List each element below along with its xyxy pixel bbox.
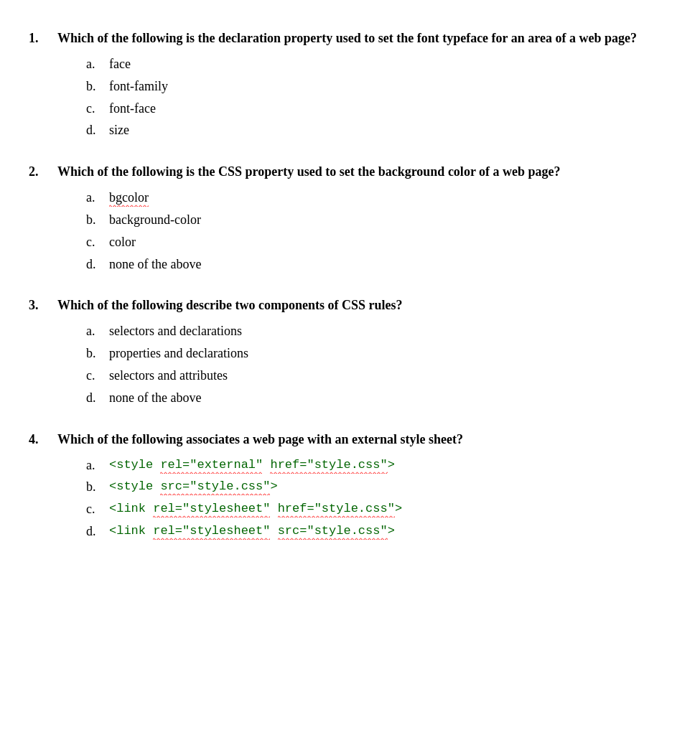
answer-text-3b: properties and declarations bbox=[109, 343, 671, 364]
answer-item-4c: c. <link rel="stylesheet" href="style.cs… bbox=[86, 499, 671, 520]
answer-list-4: a. <style rel="external" href="style.css… bbox=[86, 455, 671, 542]
question-content-4: Which of the following associates a web … bbox=[57, 430, 671, 543]
answer-item-1a: a. face bbox=[86, 54, 671, 75]
answer-letter-3b: b. bbox=[86, 343, 102, 364]
squig-src-style2: src="style.css" bbox=[278, 524, 388, 540]
answer-letter-2c: c. bbox=[86, 232, 102, 253]
answer-item-2a: a. bgcolor bbox=[86, 187, 671, 208]
answer-letter-2b: b. bbox=[86, 210, 102, 230]
answer-letter-3a: a. bbox=[86, 321, 102, 342]
answer-text-3a: selectors and declarations bbox=[109, 321, 671, 342]
answer-letter-2a: a. bbox=[86, 187, 102, 208]
answer-letter-1c: c. bbox=[86, 98, 102, 119]
answer-letter-1a: a. bbox=[86, 54, 102, 75]
answer-item-4b: b. <style src="style.css"> bbox=[86, 477, 671, 497]
answer-item-1b: b. font-family bbox=[86, 76, 671, 97]
question-text-4: Which of the following associates a web … bbox=[57, 430, 671, 449]
answer-text-1a: face bbox=[109, 54, 671, 75]
answer-letter-4d: d. bbox=[86, 521, 102, 542]
question-list: 1. Which of the following is the declara… bbox=[29, 29, 671, 543]
answer-text-2a: bgcolor bbox=[109, 187, 671, 208]
answer-text-3c: selectors and attributes bbox=[109, 365, 671, 386]
answer-text-1b: font-family bbox=[109, 76, 671, 97]
answer-item-4a: a. <style rel="external" href="style.css… bbox=[86, 455, 671, 476]
answer-text-1d: size bbox=[109, 120, 671, 141]
answer-letter-1d: d. bbox=[86, 120, 102, 141]
question-content-1: Which of the following is the declaratio… bbox=[57, 29, 671, 142]
answer-list-2: a. bgcolor b. background-color c. color … bbox=[86, 187, 671, 274]
answer-text-4a: <style rel="external" href="style.css"> bbox=[109, 455, 671, 476]
squig-rel-stylesheet1: rel="stylesheet" bbox=[153, 502, 270, 518]
answer-item-2b: b. background-color bbox=[86, 210, 671, 230]
question-text-3: Which of the following describe two comp… bbox=[57, 296, 671, 315]
answer-item-3b: b. properties and declarations bbox=[86, 343, 671, 364]
answer-list-3: a. selectors and declarations b. propert… bbox=[86, 321, 671, 408]
question-item-2: 2. Which of the following is the CSS pro… bbox=[29, 162, 671, 276]
answer-item-3a: a. selectors and declarations bbox=[86, 321, 671, 342]
answer-item-1c: c. font-face bbox=[86, 98, 671, 119]
answer-letter-2d: d. bbox=[86, 254, 102, 275]
answer-letter-3c: c. bbox=[86, 365, 102, 386]
answer-list-1: a. face b. font-family c. font-face d. s… bbox=[86, 54, 671, 141]
squig-href-style2: href="style.css" bbox=[278, 502, 395, 518]
question-text-1: Which of the following is the declaratio… bbox=[57, 29, 671, 48]
question-number-4: 4. bbox=[29, 430, 50, 543]
answer-item-4d: d. <link rel="stylesheet" src="style.css… bbox=[86, 521, 671, 542]
answer-text-4d: <link rel="stylesheet" src="style.css"> bbox=[109, 521, 671, 542]
question-number-2: 2. bbox=[29, 162, 50, 276]
squig-href-style1: href="style.css" bbox=[270, 458, 387, 474]
answer-text-1c: font-face bbox=[109, 98, 671, 119]
answer-text-2c: color bbox=[109, 232, 671, 253]
question-content-2: Which of the following is the CSS proper… bbox=[57, 162, 671, 276]
squig-rel-stylesheet2: rel="stylesheet" bbox=[153, 524, 270, 540]
answer-item-2c: c. color bbox=[86, 232, 671, 253]
question-item-4: 4. Which of the following associates a w… bbox=[29, 430, 671, 543]
answer-item-2d: d. none of the above bbox=[86, 254, 671, 275]
answer-text-4b: <style src="style.css"> bbox=[109, 477, 671, 497]
answer-letter-3d: d. bbox=[86, 388, 102, 408]
answer-item-1d: d. size bbox=[86, 120, 671, 141]
question-number-1: 1. bbox=[29, 29, 50, 142]
question-item-1: 1. Which of the following is the declara… bbox=[29, 29, 671, 142]
answer-item-3c: c. selectors and attributes bbox=[86, 365, 671, 386]
answer-letter-4a: a. bbox=[86, 455, 102, 476]
question-number-3: 3. bbox=[29, 296, 50, 409]
answer-item-3d: d. none of the above bbox=[86, 388, 671, 408]
squig-src-style1: src="style.css" bbox=[160, 479, 270, 495]
answer-text-2b: background-color bbox=[109, 210, 671, 230]
answer-letter-4c: c. bbox=[86, 499, 102, 520]
answer-text-4c: <link rel="stylesheet" href="style.css"> bbox=[109, 499, 671, 520]
question-content-3: Which of the following describe two comp… bbox=[57, 296, 671, 409]
answer-text-3d: none of the above bbox=[109, 388, 671, 408]
squiggle-bgcolor: bgcolor bbox=[109, 190, 149, 207]
question-text-2: Which of the following is the CSS proper… bbox=[57, 162, 671, 182]
answer-text-2d: none of the above bbox=[109, 254, 671, 275]
answer-letter-4b: b. bbox=[86, 477, 102, 497]
question-item-3: 3. Which of the following describe two c… bbox=[29, 296, 671, 409]
squig-rel-external: rel="external" bbox=[160, 458, 263, 474]
answer-letter-1b: b. bbox=[86, 76, 102, 97]
